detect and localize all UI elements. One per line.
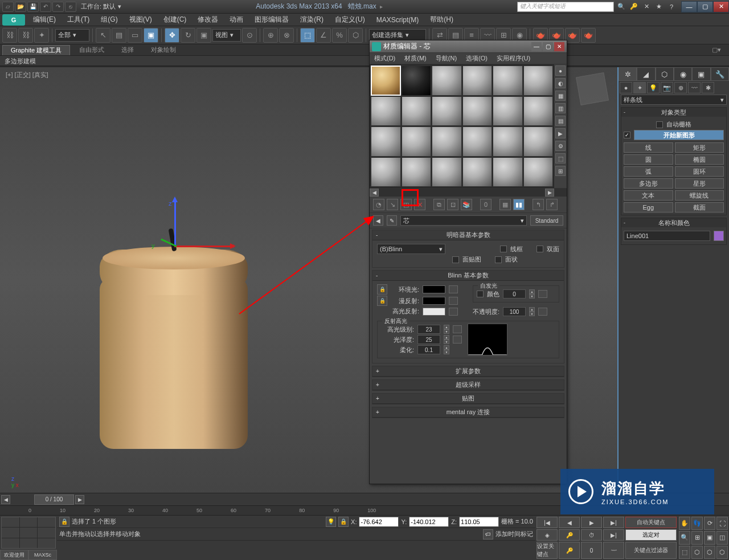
get-material-icon[interactable]: ◔ [373,199,384,210]
helix-button[interactable]: 螺旋线 [675,190,724,201]
sample-slot[interactable] [462,96,493,126]
add-time-label[interactable]: 添加时间标记 [495,530,533,538]
startnewshape-checkbox[interactable] [624,132,630,138]
sample-slot[interactable] [523,157,554,187]
pan-icon[interactable]: ✋ [679,517,690,530]
viewcube[interactable] [575,72,609,106]
ambient-map-button[interactable] [449,285,458,293]
selfillum-spinner[interactable]: 0 [503,289,526,299]
text-button[interactable]: 文本 [624,190,673,201]
spec-level-map-button[interactable] [453,325,462,333]
selfillum-color-checkbox[interactable] [477,291,484,297]
link-icon[interactable]: ⎋ [65,2,76,12]
snap-icon[interactable]: ⬚ [300,28,315,43]
spec-level-spinner[interactable]: 23 [417,325,440,334]
scroll-right-icon[interactable]: ▶ [545,189,554,197]
close-button[interactable]: ✕ [713,1,729,13]
line-button[interactable]: 线 [624,142,673,153]
zoom-all-icon[interactable]: ⊞ [691,531,703,544]
mat-menu-material[interactable]: 材质(M) [400,54,431,63]
ribbon-collapse-icon[interactable]: ▢▾ [704,45,729,55]
rollout-header[interactable]: -名称和颜色 [621,218,726,227]
create-tab-icon[interactable]: ✲ [619,67,637,81]
key-icon[interactable]: 🔑 [559,529,580,541]
sample-slot[interactable] [493,157,523,187]
sample-slot[interactable] [523,66,554,96]
spinner-snap-icon[interactable]: ⬡ [348,28,363,43]
angle-snap-icon[interactable]: ∠ [316,28,331,43]
mat-min-button[interactable]: — [531,42,542,51]
zoom-ext-icon[interactable]: ▣ [704,531,715,544]
move-icon[interactable]: ✥ [165,28,179,43]
exchange-icon[interactable]: ✕ [641,2,652,12]
systems-subtab-icon[interactable]: ✱ [702,82,714,93]
time-config-icon[interactable]: ⏱ [581,529,602,541]
rollout-header[interactable]: +超级采样 [372,380,564,390]
save-icon[interactable]: 💾 [27,2,39,12]
refcoord-dropdown[interactable]: 视图▾ [212,29,241,42]
slot-scrollbar[interactable]: ◀ ▶ [370,189,567,197]
rectangle-button[interactable]: 矩形 [675,142,724,153]
welcome-tab[interactable]: 欢迎使用 [0,550,28,560]
sample-type-icon[interactable]: ● [555,66,566,76]
autogrid-checkbox[interactable] [656,121,663,128]
star-button[interactable]: 星形 [675,178,724,189]
key-icon[interactable]: 🔑 [629,2,639,12]
gloss-map-button[interactable] [453,336,462,344]
sel-lock-icon[interactable]: 🔒 [338,517,349,527]
make-unique-icon[interactable]: ⊡ [447,199,458,210]
specular-color-swatch[interactable] [423,308,445,316]
tab-freeform[interactable]: 自由形式 [71,45,112,55]
specular-map-button[interactable] [449,308,458,316]
sample-slot[interactable] [432,66,462,96]
goto-end-icon[interactable]: ▶| [603,529,624,541]
maximize-button[interactable]: ▢ [697,1,713,13]
tangent-icon[interactable]: 〰 [603,542,624,559]
circle-button[interactable]: 圆 [624,154,673,165]
key-mode-icon[interactable]: ◈ [536,529,558,541]
sample-slot[interactable] [371,157,401,187]
geometry-subtab-icon[interactable]: ● [620,82,632,93]
fov-icon[interactable]: ◫ [716,531,728,544]
motion-tab-icon[interactable]: ◉ [674,67,692,81]
menu-animation[interactable]: 动画 [224,14,249,26]
menu-create[interactable]: 创建(C) [158,14,193,26]
tab-selection[interactable]: 选择 [113,45,142,55]
menu-help[interactable]: 帮助(H) [424,14,459,26]
background-icon[interactable]: ▦ [555,91,566,101]
minimize-button[interactable]: — [681,1,697,13]
nav-icon[interactable]: ⬡ [704,546,715,559]
menu-modifiers[interactable]: 修改器 [192,14,224,26]
rect-region-icon[interactable]: ▭ [128,28,142,43]
rollout-header[interactable]: +扩展参数 [372,366,564,377]
frame-input[interactable]: 0 [581,542,602,559]
material-name-field[interactable]: 芯▾ [400,215,527,226]
menu-edit[interactable]: 编辑(E) [27,14,62,26]
sample-slot[interactable] [462,126,493,157]
timeslider-knob[interactable]: 0 / 100 [34,494,74,505]
object-name-field[interactable]: Line001 [624,231,710,241]
link-icon[interactable]: ⛓ [2,28,17,43]
material-type-button[interactable]: Standard [530,215,563,226]
menu-rendering[interactable]: 渲染(R) [294,14,329,26]
pct-snap-icon[interactable]: % [332,28,347,43]
nav-icon[interactable]: ⬡ [691,546,703,559]
mat-menu-options[interactable]: 选项(O) [461,54,492,63]
egg-button[interactable]: Egg [624,202,673,212]
zoom-icon[interactable]: 🔍 [679,531,690,544]
select-name-icon[interactable]: ▤ [112,28,126,43]
put-to-lib-icon[interactable]: 📚 [461,199,472,210]
rotate-icon[interactable]: ↻ [181,28,195,43]
prev-frame-icon[interactable]: ◀ [559,517,580,528]
assign-to-sel-icon[interactable]: ◰ [400,199,412,210]
pivot-icon[interactable]: ⊙ [242,28,257,43]
rollout-header[interactable]: -对象类型 [621,108,726,117]
mat-menu-mode[interactable]: 模式(D) [370,54,400,63]
matid-channel-icon[interactable]: 0 [480,199,492,210]
display-tab-icon[interactable]: ▣ [692,67,710,81]
orbit-icon[interactable]: ⟳ [704,517,715,530]
sample-slot[interactable] [402,96,432,126]
gloss-spinner[interactable]: 25 [417,335,440,344]
sample-slot-1[interactable] [371,66,401,96]
star-icon[interactable]: ★ [654,2,664,12]
